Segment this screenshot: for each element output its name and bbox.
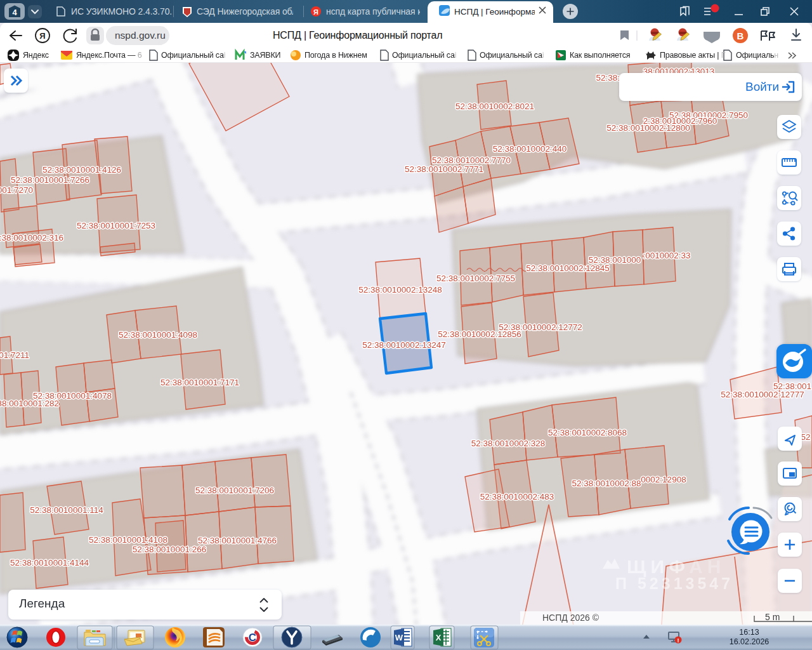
svg-text:52:38:0010001:282: 52:38:0010001:282 — [0, 399, 59, 408]
svg-text:52:38:: 52:38: — [596, 73, 620, 83]
svg-text:52:38:001000: 52:38:001000 — [589, 255, 641, 265]
svg-text:!: ! — [678, 637, 679, 644]
svg-text:П 52313547: П 52313547 — [615, 574, 733, 592]
svg-text:0010001:7211: 0010001:7211 — [0, 350, 29, 360]
svg-text:X: X — [436, 633, 442, 642]
svg-text:52:38:0010001:7206: 52:38:0010001:7206 — [195, 486, 274, 495]
svg-text:52:38:0010002:440: 52:38:0010002:440 — [493, 144, 566, 154]
svg-text:52:38:0010001:114: 52:38:0010001:114 — [30, 505, 103, 515]
svg-text:52:38:0010002:12777: 52:38:0010002:12777 — [721, 390, 804, 399]
svg-text:52:38:0010001:4766: 52:38:0010001:4766 — [198, 536, 277, 545]
svg-text:C: C — [249, 632, 256, 644]
svg-text:52:38:0010002:7770: 52:38:0010002:7770 — [432, 156, 511, 165]
svg-text:4: 4 — [12, 8, 17, 17]
svg-text:52:38:0010001:7253: 52:38:0010001:7253 — [77, 221, 155, 230]
svg-text:Я: Я — [39, 31, 45, 41]
svg-text:52:38:0010002:8021: 52:38:0010002:8021 — [455, 102, 534, 111]
svg-text:52:38:0010001:4144: 52:38:0010001:4144 — [10, 558, 89, 567]
svg-text:B: B — [737, 30, 744, 41]
svg-text:52:38:0010001:266: 52:38:0010001:266 — [133, 545, 206, 554]
svg-text:nspd.gov.ru: nspd.gov.ru — [115, 30, 166, 41]
svg-text:52:38:0010002:12845: 52:38:0010002:12845 — [526, 263, 609, 273]
svg-text:52:38:0010001:4098: 52:38:0010001:4098 — [119, 330, 197, 340]
svg-text:16.02.2026: 16.02.2026 — [730, 637, 769, 646]
svg-text:52:38:0010002:12800: 52:38:0010002:12800 — [606, 123, 690, 133]
svg-text:52:38:0010002:8068: 52:38:0010002:8068 — [548, 428, 627, 437]
svg-text:52:38:0010002:13248: 52:38:0010002:13248 — [358, 285, 442, 295]
svg-text:52:38:0010002:316: 52:38:0010002:316 — [0, 233, 63, 242]
svg-text:W: W — [395, 633, 403, 642]
svg-text::0010002:33: :0010002:33 — [643, 251, 690, 260]
svg-text:52: 52 — [801, 432, 810, 442]
svg-text:52:38:0010002:483: 52:38:0010002:483 — [480, 492, 554, 501]
svg-text:0002:12908: 0002:12908 — [641, 475, 686, 484]
svg-text:52:38:0010002:13247: 52:38:0010002:13247 — [362, 340, 445, 350]
svg-text:Я: Я — [313, 8, 318, 16]
svg-text:52:38:0010001:4126: 52:38:0010001:4126 — [43, 165, 121, 175]
svg-text:52:38:0010001:7266: 52:38:0010001:7266 — [11, 175, 89, 185]
svg-text:52:38:0010002:328: 52:38:0010002:328 — [471, 439, 545, 448]
svg-text:16:13: 16:13 — [739, 628, 759, 637]
svg-text:52:38:0010001:7171: 52:38:0010001:7171 — [160, 378, 239, 387]
svg-text:52:38:0010002:12856: 52:38:0010002:12856 — [438, 329, 521, 339]
svg-text:52:38:0010002:7771: 52:38:0010002:7771 — [405, 164, 483, 174]
svg-text:52:38:0010002:88: 52:38:0010002:88 — [572, 479, 641, 488]
svg-text:52:38:0010001:4108: 52:38:0010001:4108 — [89, 535, 167, 545]
svg-text:52:38:0010002:7755: 52:38:0010002:7755 — [436, 274, 515, 283]
svg-text:8:0010001:7270: 8:0010001:7270 — [0, 185, 33, 195]
